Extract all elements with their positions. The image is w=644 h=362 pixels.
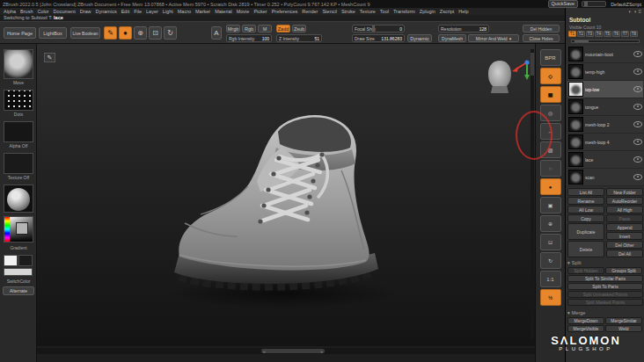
wide-color-swatch[interactable]: [4, 268, 33, 276]
zscript-tab[interactable]: DefaultZScript: [611, 2, 641, 7]
split-button[interactable]: Split Unmasked Points: [567, 291, 643, 298]
mode-button[interactable]: ⊕: [134, 26, 147, 40]
split-button[interactable]: Groups Split: [605, 267, 642, 274]
mode-button[interactable]: ✎: [104, 26, 117, 40]
insert-button[interactable]: Insert: [606, 232, 643, 240]
append-button[interactable]: Append: [606, 223, 643, 231]
menu-item[interactable]: Macro: [178, 9, 191, 14]
see-through-slider[interactable]: [582, 1, 606, 7]
visibility-tab[interactable]: T2: [577, 31, 585, 37]
visibility-eye-icon[interactable]: [633, 121, 642, 127]
subtool-row[interactable]: lace: [567, 151, 643, 169]
menu-item[interactable]: Render: [302, 9, 318, 14]
mirror-and-weld-dropdown[interactable]: Mirror And Weld ▾: [468, 34, 519, 42]
visibility-tab[interactable]: T1: [568, 31, 576, 37]
slider-handle[interactable]: [584, 2, 588, 6]
right-shelf-icon[interactable]: ▦: [540, 86, 561, 103]
del-other-button[interactable]: Del Other: [606, 241, 643, 249]
del-all-button[interactable]: Del All: [606, 250, 643, 257]
main-color-swatch[interactable]: [4, 255, 18, 266]
menu-item[interactable]: Dynamics: [96, 9, 117, 14]
merge-button[interactable]: MergeVisible: [567, 325, 604, 332]
delete-button[interactable]: Delete: [567, 241, 604, 257]
subtool-row[interactable]: temp-high: [567, 63, 643, 81]
right-shelf-icon[interactable]: ⊡: [540, 234, 561, 250]
document-canvas[interactable]: ✎: [37, 44, 535, 346]
menu-item[interactable]: Stroke: [341, 9, 355, 14]
stroke-thumbnail[interactable]: [4, 90, 33, 111]
dynamic-button[interactable]: Dynamic: [407, 34, 432, 42]
home-page-button[interactable]: Home Page: [4, 27, 36, 39]
subtool-row[interactable]: mesh-loop 2: [567, 116, 643, 134]
menu-item[interactable]: Document: [54, 9, 76, 14]
subtool-row[interactable]: top-low: [567, 81, 643, 98]
right-shelf-icon[interactable]: ◇: [540, 68, 561, 84]
right-shelf-icon[interactable]: ▣: [540, 197, 561, 214]
right-shelf-icon[interactable]: BPR: [540, 49, 561, 66]
circle-icon[interactable]: ◐: [628, 9, 632, 14]
right-shelf-icon[interactable]: ½: [540, 289, 561, 306]
color-picker[interactable]: [4, 216, 33, 243]
rename-button[interactable]: Rename: [567, 197, 604, 205]
circle-icon[interactable]: ◑: [633, 9, 637, 14]
paint-mode-button[interactable]: M: [258, 25, 272, 33]
merge-section-header[interactable]: ▾ Merge: [567, 310, 585, 315]
split-button[interactable]: Split Hidden: [567, 267, 604, 274]
menu-item[interactable]: Layer: [146, 9, 158, 14]
subtool-row[interactable]: mountain-boot: [567, 46, 643, 63]
right-shelf-icon[interactable]: ◌: [540, 160, 561, 177]
slider-handle[interactable]: [372, 25, 375, 32]
del-hidden-button[interactable]: Del Hidden: [523, 25, 560, 33]
texture-thumbnail[interactable]: [4, 153, 33, 174]
alternate-button[interactable]: Alternate: [3, 286, 34, 295]
rgb-intensity-slider[interactable]: Rgb Intensity 100: [226, 34, 272, 42]
menu-item[interactable]: File: [134, 9, 142, 14]
visibility-tab[interactable]: T6: [612, 31, 620, 37]
merge-button[interactable]: Weld: [605, 325, 642, 332]
z-intensity-slider[interactable]: Z Intensity 51: [276, 34, 322, 42]
current-brush-thumbnail[interactable]: [4, 49, 33, 79]
menu-item[interactable]: Alpha: [4, 9, 16, 14]
visibility-eye-icon[interactable]: [633, 174, 642, 180]
lightbox-button[interactable]: LightBox: [39, 27, 67, 39]
right-shelf-icon[interactable]: ▨: [540, 141, 561, 158]
scrollbar-handle[interactable]: « »: [261, 349, 325, 353]
visibility-eye-icon[interactable]: [633, 69, 642, 75]
subtool-row[interactable]: mesh-loop 4: [567, 134, 643, 151]
list-all-button[interactable]: List All: [567, 188, 604, 196]
paste-button[interactable]: Paste: [606, 214, 643, 222]
split-button[interactable]: Split To Similar Parts: [567, 275, 643, 282]
right-shelf-icon[interactable]: ●: [540, 178, 561, 195]
menu-item[interactable]: Draw: [80, 9, 91, 14]
all-high-button[interactable]: All High: [606, 206, 643, 214]
visibility-tab[interactable]: T5: [604, 31, 611, 37]
dynamesh-button[interactable]: DynaMesh: [438, 34, 466, 42]
slider-handle[interactable]: [574, 40, 589, 42]
saturation-value-area[interactable]: [10, 217, 33, 242]
resolution-slider[interactable]: Resolution 128: [438, 25, 489, 33]
mode-button[interactable]: ⊡: [149, 26, 162, 40]
right-shelf-icon[interactable]: ◎: [540, 105, 561, 121]
mode-button[interactable]: ●: [119, 26, 132, 40]
pictograph-a-button[interactable]: A: [211, 26, 222, 40]
paint-mode-button[interactable]: Rgb: [242, 25, 256, 33]
visibility-tab[interactable]: T4: [595, 31, 603, 37]
draw-size-slider[interactable]: Draw Size 131.86283: [352, 34, 405, 42]
menu-item[interactable]: Zscript: [440, 9, 455, 14]
menu-item[interactable]: Help: [458, 9, 468, 14]
visibility-tab[interactable]: T8: [630, 31, 638, 37]
menu-item[interactable]: Texture: [360, 9, 376, 14]
menu-item[interactable]: Brush: [20, 9, 33, 14]
split-button[interactable]: Split Masked Points: [567, 299, 643, 306]
live-boolean-button[interactable]: Live Boolean: [70, 27, 100, 39]
visibility-eye-icon[interactable]: [633, 86, 642, 92]
close-holes-button[interactable]: Close Holes: [523, 34, 560, 42]
menu-item[interactable]: Light: [163, 9, 173, 14]
menu-item[interactable]: Material: [215, 9, 232, 14]
copy-button[interactable]: Copy: [567, 214, 604, 222]
pencil-icon[interactable]: ✎: [44, 53, 55, 62]
visibility-tab[interactable]: T3: [586, 31, 594, 37]
split-button[interactable]: Split To Parts: [567, 283, 643, 290]
right-shelf-icon[interactable]: 1:1: [540, 271, 561, 287]
subtool-scroll-slider[interactable]: [571, 40, 640, 43]
